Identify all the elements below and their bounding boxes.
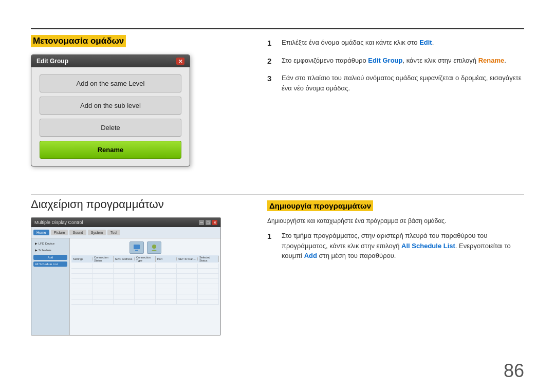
- step-2-text: Στο εμφανιζόμενο παράθυρο Edit Group, κά…: [282, 55, 524, 67]
- edit-group-dialog: Edit Group ✕ Add on the same Level Add o…: [31, 54, 190, 166]
- bottom-section: Διαχείριση προγραμμάτων Multiple Display…: [31, 198, 524, 377]
- step-1-num: 1: [267, 38, 279, 49]
- dialog-title: Edit Group: [36, 58, 68, 65]
- all-schedule-link: All Schedule List: [401, 242, 455, 250]
- mock-titlebar: Multiple Display Control ─ □ ✕: [31, 218, 220, 227]
- mock-cell-3: [114, 264, 135, 268]
- mock-col-selected: Selected Status: [198, 256, 219, 262]
- mock-sidebar-lfd: ▶ LFD Device: [33, 240, 67, 246]
- mock-cell-2-4: [135, 269, 156, 273]
- step-2-link1: Edit Group: [368, 57, 402, 64]
- mock-minimize: ─: [199, 220, 204, 225]
- bottom-left-panel: Διαχείριση προγραμμάτων Multiple Display…: [31, 198, 236, 377]
- mock-controls: ─ □ ✕: [199, 220, 217, 225]
- left-panel-top: Μετονομασία ομάδων Edit Group ✕ Add on t…: [31, 35, 236, 197]
- top-section: Μετονομασία ομάδων Edit Group ✕ Add on t…: [31, 35, 524, 197]
- mock-data-row-1: [71, 264, 219, 269]
- mock-cell-2-3: [114, 269, 135, 273]
- add-link: Add: [304, 252, 317, 259]
- step-3-num: 3: [267, 73, 279, 93]
- mock-title-text: Multiple Display Control: [34, 220, 83, 225]
- dialog-titlebar: Edit Group ✕: [31, 55, 190, 67]
- svg-point-2: [152, 245, 156, 249]
- svg-rect-1: [135, 250, 138, 251]
- step-3: 3 Εάν στο πλαίσιο του παλιού ονόματος ομ…: [267, 73, 524, 93]
- mock-main-content: Settings Connection Status MAC Address C…: [70, 238, 220, 335]
- svg-rect-0: [134, 245, 140, 249]
- page-number: 86: [504, 360, 524, 382]
- mock-icon-2: [147, 241, 161, 254]
- mock-tab-sound: Sound: [69, 230, 86, 235]
- step-1-link: Edit: [419, 39, 432, 46]
- mock-cell-1: [71, 264, 92, 268]
- step-2: 2 Στο εμφανιζόμενο παράθυρο Edit Group, …: [267, 55, 524, 67]
- mock-sidebar: ▶ LFD Device ▶ Schedule Add All Schedule…: [31, 238, 70, 335]
- mock-data-row-2: [71, 269, 219, 274]
- rename-button[interactable]: Rename: [40, 141, 181, 159]
- mock-col-setid: SET ID Ran...: [177, 257, 198, 260]
- mock-cell-2: [92, 264, 114, 268]
- mock-tab-home: Home: [33, 230, 49, 235]
- add-sub-level-button[interactable]: Add on the sub level: [40, 97, 181, 115]
- step-2-num: 2: [267, 55, 279, 67]
- mock-icon-1: [130, 241, 144, 254]
- mock-tab-system: System: [88, 230, 106, 235]
- bottom-step-1-text: Στο τμήμα προγράμματος, στην αριστερή πλ…: [282, 231, 524, 261]
- mock-cell-2-1: [71, 269, 92, 273]
- mock-body: ▶ LFD Device ▶ Schedule Add All Schedule…: [31, 238, 220, 335]
- mock-cell-2-5: [156, 269, 177, 273]
- mock-cell-2-7: [198, 269, 219, 273]
- bottom-intro: Δημιουργήστε και καταχωρήστε ένα πρόγραμ…: [267, 216, 524, 226]
- delete-button[interactable]: Delete: [40, 119, 181, 137]
- step-1: 1 Επιλέξτε ένα όνομα ομάδας και κάντε κλ…: [267, 38, 524, 49]
- mock-cell-5: [156, 264, 177, 268]
- mock-col-type: Connection Type: [135, 256, 156, 262]
- mock-cell-7: [198, 264, 219, 268]
- mock-col-port: Port: [156, 257, 177, 260]
- bottom-right-panel: Δημιουργία προγραμμάτων Δημιουργήστε και…: [236, 198, 524, 377]
- mock-sidebar-all-schedule: All Schedule List: [33, 262, 67, 267]
- mock-cell-4: [135, 264, 156, 268]
- mock-col-conn: Connection Status: [92, 256, 114, 262]
- bottom-subtitle: Δημιουργία προγραμμάτων: [267, 200, 373, 211]
- dialog-body: Add on the same Level Add on the sub lev…: [31, 67, 190, 166]
- mock-maximize: □: [206, 220, 211, 225]
- mock-col-settings: Settings: [71, 257, 92, 260]
- top-rule: [31, 28, 524, 29]
- mock-close: ✕: [212, 220, 217, 225]
- mock-cell-2-6: [177, 269, 198, 273]
- section-divider: [31, 194, 524, 195]
- bottom-step-1: 1 Στο τμήμα προγράμματος, στην αριστερή …: [267, 231, 524, 261]
- mock-toolbar: Home Picture Sound System Tool: [31, 227, 220, 238]
- mock-cell-2-2: [92, 269, 114, 273]
- mock-cell-6: [177, 264, 198, 268]
- bottom-step-1-num: 1: [267, 231, 279, 261]
- mock-sidebar-schedule: ▶ Schedule: [33, 247, 67, 253]
- mock-data-row-3: [71, 274, 219, 279]
- mock-tab-picture: Picture: [51, 230, 68, 235]
- mock-add-btn: Add: [33, 255, 67, 260]
- add-same-level-button[interactable]: Add on the same Level: [40, 74, 181, 92]
- right-panel-top: 1 Επιλέξτε ένα όνομα ομάδας και κάντε κλ…: [236, 35, 524, 197]
- mock-header-row: Settings Connection Status MAC Address C…: [71, 255, 219, 263]
- mock-tab-tool: Tool: [107, 230, 120, 235]
- section-title-top: Μετονομασία ομάδων: [31, 35, 126, 47]
- mock-col-mac: MAC Address: [114, 257, 135, 260]
- step-3-text: Εάν στο πλαίσιο του παλιού ονόματος ομάδ…: [282, 73, 524, 93]
- screenshot-mockup: Multiple Display Control ─ □ ✕ Home Pict…: [31, 217, 221, 335]
- step-1-text: Επιλέξτε ένα όνομα ομάδας και κάντε κλικ…: [282, 38, 524, 49]
- dialog-close-button[interactable]: ✕: [176, 58, 184, 65]
- step-2-link2: Rename: [478, 57, 505, 64]
- bottom-section-title: Διαχείριση προγραμμάτων: [31, 198, 236, 211]
